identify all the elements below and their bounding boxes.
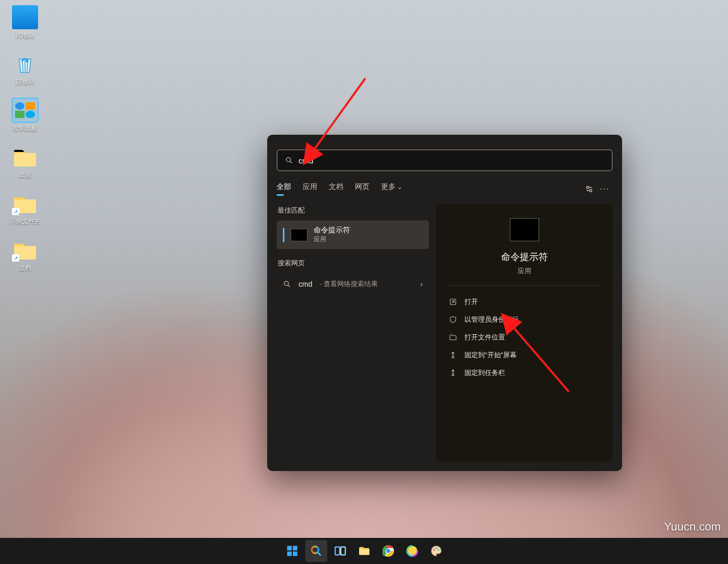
divider — [447, 285, 602, 286]
svg-point-3 — [284, 281, 289, 286]
web-search-heading: 搜索网页 — [278, 258, 429, 268]
recycle-bin-icon — [12, 52, 38, 76]
folder-icon: ↗ — [12, 238, 38, 262]
selection-indicator — [283, 228, 284, 242]
paint-button[interactable] — [425, 540, 447, 562]
search-box[interactable] — [277, 149, 613, 171]
pin-icon — [449, 369, 457, 377]
svg-point-12 — [312, 546, 318, 553]
desktop-icon-desktop-folder[interactable]: 桌面 — [5, 145, 45, 180]
taskbar — [0, 538, 728, 564]
circle-icon — [405, 544, 419, 558]
shortcut-overlay-icon: ↗ — [12, 208, 19, 215]
preview-thumbnail-icon — [510, 218, 539, 241]
control-panel-icon — [12, 98, 38, 122]
preview-subtitle: 应用 — [436, 266, 613, 276]
result-title: 命令提示符 — [314, 226, 350, 235]
svg-rect-7 — [287, 546, 292, 550]
file-explorer-button[interactable] — [353, 540, 375, 562]
pin-icon — [449, 351, 457, 359]
svg-point-1 — [587, 186, 589, 189]
tab-documents[interactable]: 文档 — [329, 182, 343, 196]
tab-more[interactable]: 更多 — [381, 182, 402, 196]
icon-label: 控制面板 — [13, 124, 38, 133]
svg-point-25 — [437, 549, 439, 550]
search-box-container — [267, 135, 622, 180]
preview-title: 命令提示符 — [436, 251, 613, 263]
tab-web[interactable]: 网页 — [355, 182, 369, 196]
monitor-icon — [12, 5, 38, 29]
action-open[interactable]: 打开 — [436, 293, 613, 311]
svg-rect-15 — [359, 549, 369, 555]
search-tabs-row: 全部 应用 文档 网页 更多 ··· — [267, 180, 622, 198]
svg-point-2 — [590, 190, 592, 192]
best-match-result[interactable]: 命令提示符 应用 — [277, 220, 429, 249]
open-icon — [449, 298, 457, 306]
web-search-result[interactable]: cmd - 查看网络搜索结果 › — [277, 273, 429, 295]
cmd-thumbnail-icon — [291, 229, 307, 241]
desktop-icon-documents-folder[interactable]: ↗ 文档 — [5, 238, 45, 273]
tab-apps[interactable]: 应用 — [303, 182, 317, 196]
tab-all[interactable]: 全部 — [277, 182, 291, 196]
web-query: cmd — [299, 280, 312, 288]
search-results-column: 最佳匹配 命令提示符 应用 搜索网页 cmd - 查看网络搜索结果 › — [277, 204, 429, 462]
desktop-icon-this-pc[interactable]: 此电脑 — [5, 5, 45, 40]
search-tabs: 全部 应用 文档 网页 更多 — [277, 182, 402, 196]
action-pin-to-taskbar[interactable]: 固定到任务栏 — [436, 364, 613, 382]
desktop-icon-control-panel[interactable]: 控制面板 — [5, 98, 45, 133]
more-options-icon[interactable]: ··· — [597, 181, 613, 197]
palette-icon — [429, 544, 443, 558]
icon-label: 文档 — [19, 264, 31, 273]
svg-point-24 — [435, 547, 437, 549]
desktop-icon-demo-folder[interactable]: ↗ 示例文件夹 — [5, 191, 45, 226]
action-run-as-admin[interactable]: 以管理员身份运行 — [436, 311, 613, 328]
search-icon — [309, 544, 323, 558]
taskbar-search-button[interactable] — [305, 540, 327, 562]
action-open-file-location[interactable]: 打开文件位置 — [436, 328, 613, 346]
folder-icon — [357, 544, 371, 558]
svg-rect-13 — [335, 547, 340, 555]
task-view-icon — [333, 544, 347, 558]
svg-rect-14 — [341, 547, 345, 555]
desktop-icons: 此电脑 回收站 控制面板 桌面 ↗ 示例文件夹 ↗ 文档 — [5, 5, 45, 273]
search-panel: 全部 应用 文档 网页 更多 ··· 最佳匹配 命令提示符 应用 搜索网页 — [267, 135, 622, 471]
svg-rect-8 — [293, 546, 297, 550]
app-button-1[interactable] — [401, 540, 423, 562]
folder-icon: ↗ — [12, 191, 38, 215]
chrome-icon — [381, 544, 395, 558]
watermark: Yuucn.com — [664, 520, 721, 534]
chrome-button[interactable] — [377, 540, 399, 562]
web-desc: - 查看网络搜索结果 — [319, 279, 378, 289]
folder-icon — [449, 333, 457, 342]
svg-rect-10 — [293, 551, 297, 556]
search-input[interactable] — [299, 156, 604, 165]
shield-icon — [449, 315, 457, 324]
search-preview-column: 命令提示符 应用 打开 以管理员身份运行 打开文件位置 固定到"开 — [436, 204, 613, 462]
svg-point-23 — [433, 549, 435, 550]
icon-label: 示例文件夹 — [9, 217, 41, 226]
icon-label: 回收站 — [16, 78, 34, 87]
best-match-heading: 最佳匹配 — [278, 206, 429, 215]
task-view-button[interactable] — [329, 540, 351, 562]
action-pin-to-start[interactable]: 固定到"开始"屏幕 — [436, 346, 613, 364]
search-options-icon[interactable] — [581, 181, 597, 197]
svg-rect-9 — [287, 551, 292, 556]
start-button[interactable] — [281, 540, 303, 562]
svg-point-0 — [287, 158, 291, 162]
folder-icon — [12, 145, 38, 169]
desktop-icon-recycle-bin[interactable]: 回收站 — [5, 52, 45, 87]
windows-icon — [285, 544, 299, 558]
shortcut-overlay-icon: ↗ — [12, 254, 19, 262]
search-icon — [283, 280, 291, 288]
result-subtitle: 应用 — [314, 235, 350, 244]
icon-label: 此电脑 — [16, 31, 34, 40]
search-icon — [285, 156, 293, 164]
icon-label: 桌面 — [19, 171, 31, 180]
chevron-right-icon: › — [420, 280, 423, 288]
